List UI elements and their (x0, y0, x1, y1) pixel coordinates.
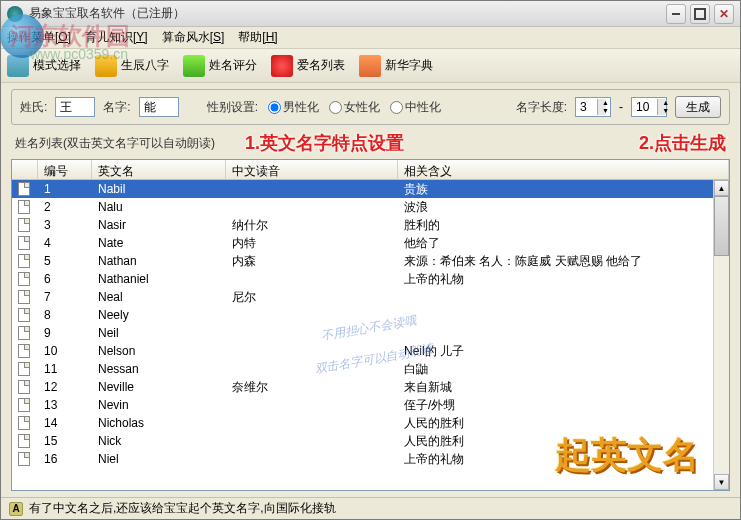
table-body[interactable]: 1Nabil贵族2Nalu波浪3Nasir纳什尔胜利的4Nate内特他给了5Na… (12, 180, 729, 490)
table-row[interactable]: 12Neville奈维尔来自新城 (12, 378, 729, 396)
cell-english: Nelson (92, 344, 226, 358)
col-meaning[interactable]: 相关含义 (398, 160, 729, 179)
toolbar-favorites[interactable]: 爱名列表 (271, 55, 345, 77)
menubar: 操作菜单[O] 育儿知识[Y] 算命风水[S] 帮助[H] (1, 27, 740, 49)
gender-neutral-option[interactable]: 中性化 (390, 99, 441, 116)
document-icon (18, 290, 30, 304)
col-pinyin[interactable]: 中文读音 (226, 160, 398, 179)
cell-number: 16 (38, 452, 92, 466)
heart-icon (271, 55, 293, 77)
table-row[interactable]: 14Nicholas人民的胜利 (12, 414, 729, 432)
cell-number: 2 (38, 200, 92, 214)
scroll-thumb[interactable] (714, 196, 729, 256)
length-min-input[interactable]: 3 ▲▼ (575, 97, 611, 117)
table-row[interactable]: 1Nabil贵族 (12, 180, 729, 198)
spin-up-icon[interactable]: ▲ (597, 99, 606, 107)
cell-english: Neil (92, 326, 226, 340)
table-row[interactable]: 9Neil (12, 324, 729, 342)
cell-number: 11 (38, 362, 92, 376)
table-row[interactable]: 13Nevin侄子/外甥 (12, 396, 729, 414)
table-row[interactable]: 10NelsonNeil的 儿子 (12, 342, 729, 360)
cell-english: Nathan (92, 254, 226, 268)
spin-up-icon[interactable]: ▲ (657, 99, 666, 107)
cell-number: 1 (38, 182, 92, 196)
table-row[interactable]: 11Nessan白鼬 (12, 360, 729, 378)
cell-english: Nevin (92, 398, 226, 412)
toolbar-score[interactable]: 姓名评分 (183, 55, 257, 77)
length-label: 名字长度: (516, 99, 567, 116)
table-row[interactable]: 7Neal尼尔 (12, 288, 729, 306)
length-max-input[interactable]: 10 ▲▼ (631, 97, 667, 117)
mode-icon (7, 55, 29, 77)
app-icon (7, 6, 23, 22)
table-row[interactable]: 15Nick人民的胜利 (12, 432, 729, 450)
app-window: 易象宝宝取名软件（已注册） 操作菜单[O] 育儿知识[Y] 算命风水[S] 帮助… (0, 0, 741, 520)
surname-input[interactable] (55, 97, 95, 117)
document-icon (18, 362, 30, 376)
cell-english: Nathaniel (92, 272, 226, 286)
cell-english: Nalu (92, 200, 226, 214)
table-row[interactable]: 6Nathaniel上帝的礼物 (12, 270, 729, 288)
cell-meaning: 胜利的 (398, 217, 729, 234)
cell-pinyin: 内森 (226, 253, 398, 270)
table-row[interactable]: 8Neely (12, 306, 729, 324)
cell-english: Nasir (92, 218, 226, 232)
cell-meaning: 贵族 (398, 181, 729, 198)
status-icon: A (9, 502, 23, 516)
status-text: 有了中文名之后,还应该给宝宝起个英文名字,向国际化接轨 (29, 500, 336, 517)
table-row[interactable]: 16Niel上帝的礼物 (12, 450, 729, 468)
list-header-row: 姓名列表(双击英文名字可以自动朗读) 1.英文名字特点设置 2.点击生成 (1, 125, 740, 157)
cell-meaning: 他给了 (398, 235, 729, 252)
table-row[interactable]: 5Nathan内森来源：希伯来 名人：陈庭威 天赋恩赐 他给了 (12, 252, 729, 270)
annotation-1: 1.英文名字特点设置 (245, 131, 404, 155)
document-icon (18, 452, 30, 466)
cell-number: 9 (38, 326, 92, 340)
scroll-up-button[interactable]: ▲ (714, 180, 729, 196)
cell-number: 13 (38, 398, 92, 412)
given-input[interactable] (139, 97, 179, 117)
spin-down-icon[interactable]: ▼ (657, 107, 666, 115)
cell-meaning: 白鼬 (398, 361, 729, 378)
table-header: 编号 英文名 中文读音 相关含义 (12, 160, 729, 180)
menu-fortune[interactable]: 算命风水[S] (162, 29, 225, 46)
toolbar-bazi[interactable]: 生辰八字 (95, 55, 169, 77)
cell-meaning: 人民的胜利 (398, 415, 729, 432)
cell-number: 4 (38, 236, 92, 250)
col-english[interactable]: 英文名 (92, 160, 226, 179)
close-button[interactable] (714, 4, 734, 24)
menu-parenting[interactable]: 育儿知识[Y] (85, 29, 148, 46)
table-row[interactable]: 3Nasir纳什尔胜利的 (12, 216, 729, 234)
cell-pinyin: 尼尔 (226, 289, 398, 306)
toolbar-mode-select[interactable]: 模式选择 (7, 55, 81, 77)
table-row[interactable]: 4Nate内特他给了 (12, 234, 729, 252)
cell-pinyin: 内特 (226, 235, 398, 252)
menu-operations[interactable]: 操作菜单[O] (7, 29, 71, 46)
table-row[interactable]: 2Nalu波浪 (12, 198, 729, 216)
cell-english: Neely (92, 308, 226, 322)
menu-help[interactable]: 帮助[H] (238, 29, 277, 46)
gender-female-option[interactable]: 女性化 (329, 99, 380, 116)
scroll-down-button[interactable]: ▼ (714, 474, 729, 490)
annotation-2: 2.点击生成 (639, 131, 726, 155)
document-icon (18, 182, 30, 196)
spin-down-icon[interactable]: ▼ (597, 107, 606, 115)
cell-english: Niel (92, 452, 226, 466)
cell-number: 14 (38, 416, 92, 430)
window-title: 易象宝宝取名软件（已注册） (29, 5, 662, 22)
document-icon (18, 308, 30, 322)
col-number[interactable]: 编号 (38, 160, 92, 179)
maximize-button[interactable] (690, 4, 710, 24)
length-dash: - (619, 100, 623, 114)
cell-meaning: 人民的胜利 (398, 433, 729, 450)
col-icon[interactable] (12, 160, 38, 179)
cell-number: 3 (38, 218, 92, 232)
toolbar-dictionary[interactable]: 新华字典 (359, 55, 433, 77)
document-icon (18, 416, 30, 430)
document-icon (18, 236, 30, 250)
cell-meaning: 来源：希伯来 名人：陈庭威 天赋恩赐 他给了 (398, 253, 729, 270)
cell-meaning: 来自新城 (398, 379, 729, 396)
gender-male-option[interactable]: 男性化 (268, 99, 319, 116)
cell-english: Nick (92, 434, 226, 448)
minimize-button[interactable] (666, 4, 686, 24)
generate-button[interactable]: 生成 (675, 96, 721, 118)
